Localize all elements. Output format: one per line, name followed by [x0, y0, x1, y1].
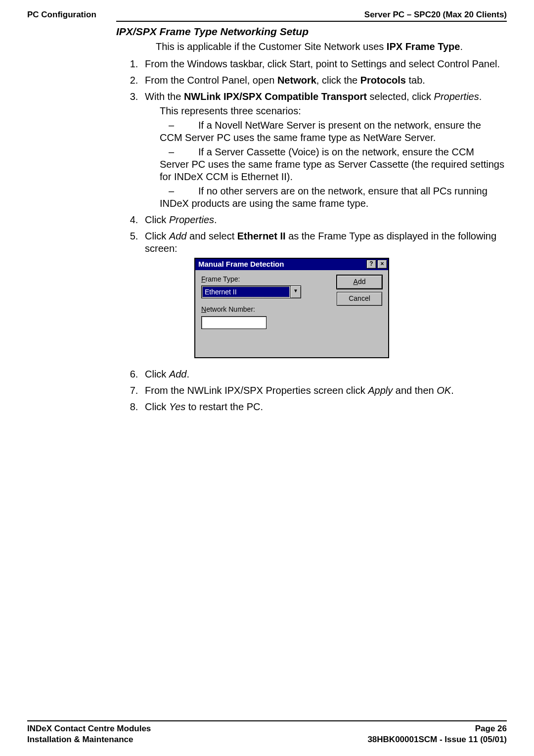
dialog-buttons: Add Cancel: [337, 275, 382, 306]
chevron-down-icon[interactable]: ▼: [290, 286, 301, 298]
step-6-c: .: [186, 369, 189, 379]
step-5-a: Click: [145, 231, 169, 241]
step-4-a: Click: [145, 214, 169, 225]
step-8: Click Yes to restart the PC.: [141, 401, 507, 413]
footer-left-1: INDeX Contact Centre Modules: [27, 723, 151, 734]
dialog-title: Manual Frame Detection: [198, 260, 284, 269]
step-3-d: Properties: [434, 91, 479, 102]
footer-right-1: Page 26: [367, 723, 507, 734]
step-7: From the NWLink IPX/SPX Properties scree…: [141, 384, 507, 397]
footer-left: INDeX Contact Centre Modules Installatio…: [27, 723, 151, 745]
intro-post: .: [460, 41, 463, 52]
page-header: PC Configuration Server PC – SPC20 (Max …: [27, 10, 507, 21]
add-button[interactable]: Add: [337, 275, 382, 289]
step-4-c: .: [214, 214, 217, 225]
dash-glyph: –: [160, 146, 198, 158]
step-3-a: With the: [145, 91, 184, 102]
dialog-body: Frame Type: Ethernet II ▼ Network Number…: [195, 270, 388, 357]
dialog-titlebar: Manual Frame Detection ? ×: [195, 259, 388, 270]
footer-right: Page 26 38HBK00001SCM - Issue 11 (05/01): [367, 723, 507, 745]
step-4-b: Properties: [169, 214, 214, 225]
step-3-sub-intro: This represents three scenarios:: [160, 105, 507, 117]
step-7-d: OK: [437, 385, 451, 396]
intro-bold: IPX Frame Type: [387, 41, 460, 52]
step-7-b: Apply: [368, 385, 393, 396]
step-3-sub: This represents three scenarios: –If a N…: [160, 105, 507, 210]
step-3-dash-2: –If a Server Cassette (Voice) is on the …: [160, 146, 507, 183]
section-title: IPX/SPX Frame Type Networking Setup: [116, 26, 507, 38]
network-number-mnemonic: N: [201, 305, 206, 313]
step-2-c: , click the: [316, 75, 360, 86]
step-5-b: Add: [169, 231, 187, 241]
step-1: From the Windows taskbar, click Start, p…: [141, 58, 507, 70]
step-3-e: .: [479, 91, 482, 102]
cancel-button[interactable]: Cancel: [337, 292, 382, 306]
dash-glyph: –: [160, 185, 198, 197]
step-6: Click Add.: [141, 368, 507, 380]
header-right: Server PC – SPC20 (Max 20 Clients): [364, 10, 507, 20]
step-2: From the Control Panel, open Network, cl…: [141, 74, 507, 87]
step-7-e: .: [451, 385, 454, 396]
manual-frame-detection-dialog: Manual Frame Detection ? × Frame Type:: [194, 258, 389, 358]
help-icon[interactable]: ?: [366, 260, 376, 269]
step-6-a: Click: [145, 369, 169, 379]
step-5: Click Add and select Ethernet II as the …: [141, 230, 507, 358]
step-2-e: tab.: [406, 75, 425, 86]
body-content: This is applicable if the Customer Site …: [156, 41, 507, 413]
add-rest: dd: [358, 278, 366, 285]
step-6-b: Add: [169, 369, 187, 379]
step-3-d3-cont: INDeX products are using the same frame …: [160, 197, 507, 210]
titlebar-buttons: ? ×: [366, 260, 387, 269]
step-3-d3-lead: If no other servers are on the network, …: [198, 186, 488, 196]
footer-right-2: 38HBK00001SCM - Issue 11 (05/01): [367, 734, 507, 745]
network-number-label-rest: etwork Number:: [206, 305, 255, 313]
frame-type-value: Ethernet II: [202, 286, 290, 297]
step-3-c: selected, click: [367, 91, 434, 102]
frame-type-mnemonic: F: [201, 275, 206, 283]
step-8-c: to restart the PC.: [185, 401, 263, 412]
step-3-b: NWLink IPX/SPX Compatible Transport: [184, 91, 367, 102]
intro-pre: This is applicable if the Customer Site …: [156, 41, 387, 52]
step-7-a: From the NWLink IPX/SPX Properties scree…: [145, 385, 368, 396]
close-icon[interactable]: ×: [377, 260, 387, 269]
step-7-c: and then: [393, 385, 437, 396]
header-left: PC Configuration: [27, 10, 96, 20]
page-footer: INDeX Contact Centre Modules Installatio…: [27, 720, 507, 745]
step-4: Click Properties.: [141, 214, 507, 226]
step-3-d2-lead: If a Server Cassette (Voice) is on the n…: [198, 146, 474, 157]
step-5-d: Ethernet II: [237, 231, 286, 241]
network-number-input[interactable]: [201, 316, 267, 329]
header-rule: [116, 21, 507, 22]
step-3-dash-1: –If a Novell NetWare Server is present o…: [160, 119, 507, 144]
step-3-d2-cont: Server PC uses the same frame type as Se…: [160, 158, 507, 183]
footer-rule: [27, 720, 507, 721]
frame-type-label-rest: rame Type:: [206, 275, 240, 283]
intro-line: This is applicable if the Customer Site …: [156, 41, 507, 53]
dash-glyph: –: [160, 119, 198, 132]
step-2-d: Protocols: [360, 75, 406, 86]
step-8-b: Yes: [169, 401, 185, 412]
step-3-d1-cont: CCM Server PC uses the same frame type a…: [160, 132, 507, 144]
add-mnemonic: A: [354, 278, 358, 285]
step-2-a: From the Control Panel, open: [145, 75, 277, 86]
network-number-label: Network Number:: [201, 305, 382, 314]
step-3-d1-lead: If a Novell NetWare Server is present on…: [198, 120, 481, 131]
step-3-dash-3: –If no other servers are on the network,…: [160, 185, 507, 210]
step-3: With the NWLink IPX/SPX Compatible Trans…: [141, 91, 507, 210]
steps-list: From the Windows taskbar, click Start, p…: [141, 58, 507, 413]
step-2-b: Network: [277, 75, 316, 86]
footer-left-2: Installation & Maintenance: [27, 734, 151, 745]
step-1-text: From the Windows taskbar, click Start, p…: [145, 58, 500, 69]
step-8-a: Click: [145, 401, 169, 412]
frame-type-combo[interactable]: Ethernet II ▼: [201, 285, 301, 298]
dialog-screenshot: Manual Frame Detection ? × Frame Type:: [194, 258, 507, 358]
step-5-c: and select: [186, 231, 237, 241]
